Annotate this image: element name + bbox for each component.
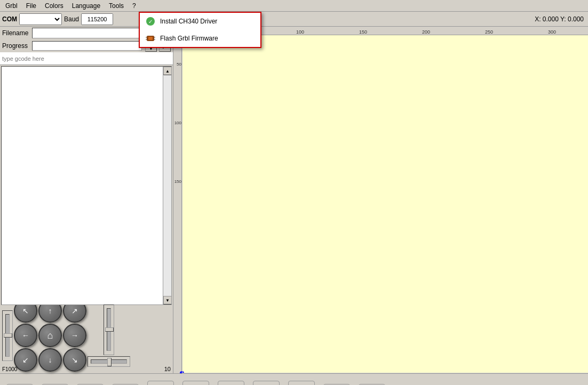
tool-stop-btn[interactable]: ✋ <box>354 376 390 386</box>
progress-label: Progress <box>2 42 30 50</box>
jog-left-btn[interactable]: ← <box>14 324 37 347</box>
baud-input[interactable] <box>81 13 113 25</box>
right-slider-col <box>88 304 130 367</box>
jog-grid: ↖ ↑ ↗ ← ⌂ → ↙ ↓ ↘ <box>14 299 86 372</box>
ruler-mark-left-100: 100 <box>174 121 181 125</box>
svg-text:✓: ✓ <box>148 19 153 25</box>
menu-flash-grbl[interactable]: Flash Grbl Firmware <box>140 30 260 47</box>
tool-lock-btn[interactable]: 🔒 <box>73 376 108 386</box>
menu-grbl[interactable]: Grbl <box>2 1 21 11</box>
jog-home-btn[interactable]: ⌂ <box>38 324 62 347</box>
com-label: COM <box>2 15 17 23</box>
coords-display: X: 0.000 Y: 0.000 <box>535 15 584 23</box>
menu-bar: Grbl File Colors Language Tools ? <box>0 0 588 12</box>
tool-center-btn[interactable]: 🎯 Center <box>143 376 178 386</box>
menu-help[interactable]: ? <box>129 1 139 11</box>
install-ch340-label: Install CH340 Driver <box>160 18 217 25</box>
left-bottom: F1000 10 <box>0 365 173 373</box>
tool-globe-btn[interactable]: 🌐 <box>108 376 143 386</box>
ruler-mark-250: 250 <box>485 29 493 35</box>
tool-frame-btn[interactable]: ⬛ Frame <box>213 376 249 386</box>
com-select[interactable] <box>19 13 62 25</box>
ruler-mark-150: 150 <box>359 29 367 35</box>
tools-dropdown-menu: ✓ Install CH340 Driver Flash Grbl Firmwa… <box>139 12 261 48</box>
jog-slider-h[interactable] <box>88 356 130 367</box>
top-toolbar: COM Baud X: 0.000 Y: 0.000 <box>0 12 588 27</box>
center-icon: 🎯 <box>147 381 174 385</box>
focus-icon: 🔦 <box>253 381 280 385</box>
jog-right-btn[interactable]: → <box>63 324 86 347</box>
f-label: F1000 <box>2 366 17 372</box>
tool-laser-btn[interactable]: ⚡ <box>2 376 37 386</box>
scroll-down-btn[interactable]: ▼ <box>163 296 172 304</box>
menu-tools[interactable]: Tools <box>106 1 127 11</box>
canvas-area: 50 100 150 200 250 300 50 100 150 <box>173 27 588 373</box>
svg-rect-3 <box>148 37 153 40</box>
corner-icon: 📐 <box>182 381 209 385</box>
tool-corner-btn[interactable]: 📐 Corner <box>178 376 213 386</box>
bottom-toolbar: ⚡ 🏠 🔒 🌐 🎯 Center 📐 Corner ⬛ Frame 🔦 Focu… <box>0 373 588 385</box>
console-area: ▲ ▼ <box>1 66 172 305</box>
gcode-input[interactable] <box>0 52 173 65</box>
jog-panel: ↖ ↑ ↗ ← ⌂ → ↙ ↓ ↘ <box>0 306 173 365</box>
canvas-content <box>182 35 588 373</box>
menu-file[interactable]: File <box>23 1 39 11</box>
ruler-mark-200: 200 <box>422 29 430 35</box>
tool-blink-btn[interactable]: 💡 Blink <box>284 376 319 386</box>
filename-label: Filename <box>2 29 30 37</box>
main-layout: Filename Progress ▲ ▼ ▶ ▲ ▼ <box>0 27 588 373</box>
tool-focus-btn[interactable]: 🔦 Focus <box>249 376 284 386</box>
ruler-mark-left-50: 50 <box>177 62 181 67</box>
menu-language[interactable]: Language <box>69 1 104 11</box>
tool-home-btn[interactable]: 🏠 <box>37 376 73 386</box>
ruler-mark-left-150: 150 <box>174 179 181 184</box>
install-ch340-icon: ✓ <box>145 16 156 27</box>
jog-slider-left[interactable] <box>2 310 13 361</box>
frame-icon: ⬛ <box>218 381 244 385</box>
ruler-left: 50 100 150 <box>173 35 182 373</box>
menu-install-ch340[interactable]: ✓ Install CH340 Driver <box>140 13 260 30</box>
progress-bar <box>32 41 142 51</box>
blink-icon: 💡 <box>288 381 315 385</box>
ruler-mark-300: 300 <box>548 29 556 35</box>
scroll-up-btn[interactable]: ▲ <box>163 67 172 75</box>
baud-label: Baud <box>64 15 79 23</box>
flash-grbl-icon <box>145 33 156 44</box>
step-label: 10 <box>164 366 171 372</box>
ruler-mark-100: 100 <box>296 29 304 35</box>
menu-colors[interactable]: Colors <box>42 1 67 11</box>
left-panel: Filename Progress ▲ ▼ ▶ ▲ ▼ <box>0 27 173 373</box>
jog-slider-right[interactable] <box>104 304 114 355</box>
tool-walk-btn[interactable]: 🚶 <box>319 376 354 386</box>
flash-grbl-label: Flash Grbl Firmware <box>160 35 218 42</box>
